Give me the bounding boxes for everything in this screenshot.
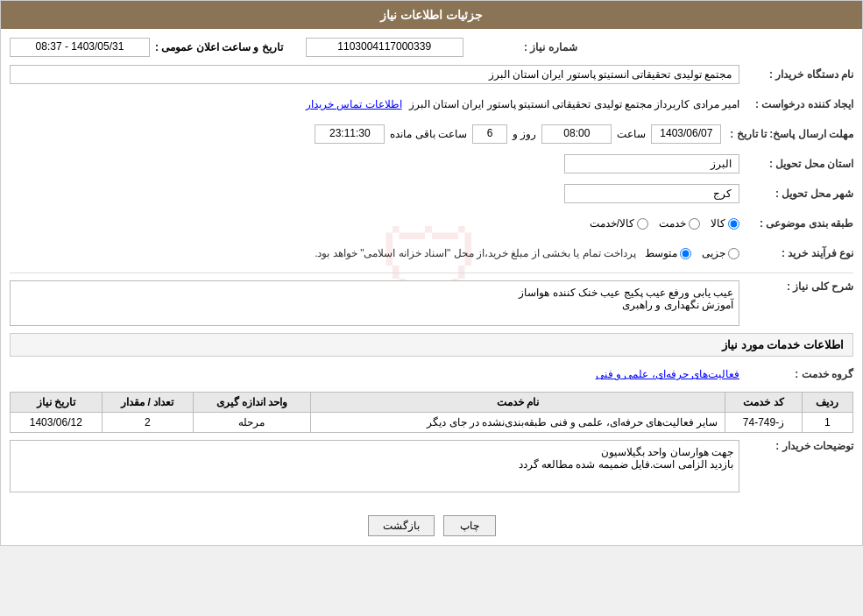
purchase-motavaset-label: متوسط [645,247,677,259]
category-khedmat: خدمت [659,217,700,230]
category-radio-group: کالا خدمت کالا/خدمت [590,217,739,230]
col-header-qty: تعداد / مقدار [102,393,193,413]
province-row: استان محل تحویل : البرز [10,152,853,176]
purchase-motavaset-radio[interactable] [680,248,691,259]
province-value: البرز [564,154,739,173]
need-description-line1: عیب یابی ورفع عیب پکیج عیب خنک کننده هوا… [16,287,733,299]
category-khedmat-radio[interactable] [689,218,700,230]
category-kala-radio[interactable] [728,218,739,230]
back-button[interactable]: بازگشت [368,515,435,536]
need-description-row: شرح کلی نیاز : عیب یابی ورفع عیب پکیج عی… [10,280,853,326]
print-button[interactable]: چاپ [443,515,496,536]
buyer-org-value: مجتمع تولیدی تحقیقاتی انستیتو پاستور ایر… [10,65,739,84]
purchase-jozi-radio[interactable] [728,248,739,259]
buyer-notes-row: توضیحات خریدار : جهت هوارسان واحد بگیلاس… [10,440,853,492]
purchase-type-label: نوع فرآیند خرید : [739,247,853,259]
reply-time-value: 08:00 [541,124,612,144]
city-label: شهر محل تحویل : [739,188,853,200]
purchase-jozi: جزیی [702,247,739,259]
reply-remaining-label-text: ساعت باقی مانده [390,128,467,140]
services-table: ردیف کد خدمت نام خدمت واحد اندازه گیری ت… [10,392,853,433]
requester-label: ایجاد کننده درخواست : [739,98,853,110]
category-kala-khedmat-radio[interactable] [637,218,648,230]
reply-days-label: روز و [513,128,536,140]
buyer-notes-value: جهت هوارسان واحد بگیلاسیون بازدید الزامی… [10,440,739,492]
purchase-type-row: نوع فرآیند خرید : جزیی متوسط پرداخت تمام… [10,241,853,266]
purchase-motavaset: متوسط [645,247,691,259]
col-header-code: کد خدمت [725,393,802,413]
purchase-jozi-label: جزیی [702,247,725,259]
requester-row: ایجاد کننده درخواست : امیر مرادی کاربردا… [10,92,853,117]
category-khedmat-label: خدمت [659,217,686,230]
cell-date: 1403/06/12 [11,413,103,433]
footer-buttons: چاپ بازگشت [1,506,862,545]
col-header-rownum: ردیف [802,393,852,413]
services-section-header: اطلاعات خدمات مورد نیاز [10,333,853,357]
buyer-org-row: نام دستگاه خریدار : مجتمع تولیدی تحقیقات… [10,62,853,87]
cell-qty: 2 [102,413,193,433]
cell-code: ز-749-74 [725,413,802,433]
buyer-org-label: نام دستگاه خریدار : [739,68,853,81]
requester-contact-link[interactable]: اطلاعات تماس خریدار [306,98,402,110]
city-value: کرج [564,184,739,203]
purchase-type-note: پرداخت تمام یا بخشی از مبلغ خرید،از محل … [315,247,636,259]
need-description-value: عیب یابی ورفع عیب پکیج عیب خنک کننده هوا… [10,280,739,326]
page-header: جزئیات اطلاعات نیاز [1,1,862,29]
need-number-row: شماره نیاز : 1103004117000339 تاریخ و سا… [10,38,853,57]
service-group-value[interactable]: فعالیت‌های حرفه‌ای، علمی و فنی [596,368,739,380]
reply-remaining-value: 23:11:30 [315,124,385,144]
need-number-value: 1103004117000339 [306,38,463,57]
cell-unit: مرحله [194,413,311,433]
reply-date-value: 1403/06/07 [651,124,721,144]
purchase-type-radio-group: جزیی متوسط [645,247,739,259]
category-row: طبقه بندی موضوعی : کالا خدمت کالا/خدمت [10,211,853,236]
announce-datetime-label: تاریخ و ساعت اعلان عمومی : [155,41,283,53]
reply-deadline-row: مهلت ارسال پاسخ: تا تاریخ : 1403/06/07 س… [10,122,853,146]
service-group-label: گروه خدمت : [739,368,853,380]
need-description-label: شرح کلی نیاز : [739,280,853,293]
category-kala-khedmat: کالا/خدمت [590,217,648,230]
need-description-line2: آموزش نگهداری و راهبری [16,299,733,311]
reply-deadline-label: مهلت ارسال پاسخ: تا تاریخ : [721,128,853,140]
reply-time-label: ساعت [617,128,646,140]
col-header-date: تاریخ نیاز [11,393,103,413]
need-number-label: شماره نیاز : [463,41,577,53]
col-header-unit: واحد اندازه گیری [194,393,311,413]
col-header-name: نام خدمت [310,393,725,413]
divider-1 [10,273,853,273]
table-row: 1 ز-749-74 سایر فعالیت‌های حرفه‌ای، علمی… [11,413,853,433]
category-kala-label: کالا [711,217,725,230]
buyer-notes-line1: جهت هوارسان واحد بگیلاسیون [16,446,733,458]
category-kala: کالا [711,217,739,230]
cell-name: سایر فعالیت‌های حرفه‌ای، علمی و فنی طبقه… [310,413,725,433]
requester-name: امیر مرادی کاربرداز مجتمع تولیدی تحقیقات… [409,98,739,110]
reply-days-value: 6 [472,124,507,144]
buyer-notes-line2: بازدید الزامی است.فایل ضمیمه شده مطالعه … [16,458,733,471]
category-label: طبقه بندی موضوعی : [739,217,853,230]
category-kala-khedmat-label: کالا/خدمت [590,217,634,230]
city-row: شهر محل تحویل : کرج [10,181,853,206]
province-label: استان محل تحویل : [739,158,853,170]
buyer-notes-label: توضیحات خریدار : [739,440,853,452]
announce-datetime-value: 1403/05/31 - 08:37 [10,38,150,57]
service-group-row: گروه خدمت : فعالیت‌های حرفه‌ای، علمی و ف… [10,362,853,386]
cell-rownum: 1 [802,413,852,433]
